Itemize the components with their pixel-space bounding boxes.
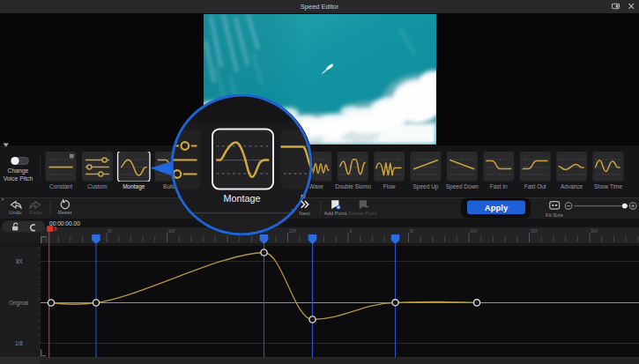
svg-text:5f: 5f <box>108 228 112 234</box>
svg-text:15f: 15f <box>531 228 538 234</box>
svg-text:Fit Size: Fit Size <box>546 212 564 218</box>
svg-text:20f: 20f <box>591 228 598 234</box>
svg-text:10f: 10f <box>168 228 175 234</box>
svg-text:Original: Original <box>9 300 28 307</box>
svg-text:00:00:00.00: 00:00:00.00 <box>49 220 80 227</box>
svg-text:Apply: Apply <box>485 203 509 212</box>
svg-text:Montage: Montage <box>223 193 260 204</box>
svg-text:10f: 10f <box>470 228 477 234</box>
svg-text:1: 1 <box>349 228 352 234</box>
svg-text:5f: 5f <box>410 228 414 234</box>
svg-text:1/8: 1/8 <box>15 340 23 346</box>
svg-text:8X: 8X <box>16 258 24 264</box>
svg-text:20f: 20f <box>289 228 296 234</box>
